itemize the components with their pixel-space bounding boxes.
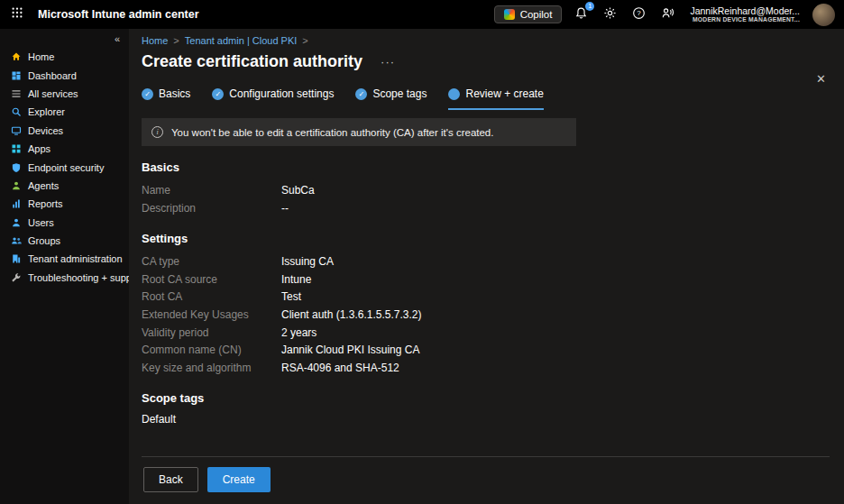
chevron-right-icon: > (173, 35, 179, 46)
field-row: Root CA source Intune (142, 271, 830, 289)
field-row: Description -- (142, 200, 830, 218)
app-window: Microsoft Intune admin center Copilot 1 (0, 0, 844, 504)
building-icon (10, 253, 22, 265)
tab-label: Scope tags (372, 87, 427, 100)
copilot-label: Copilot (520, 9, 553, 20)
sidebar-item-devices[interactable]: Devices (0, 122, 129, 140)
check-circle-icon: ✓ (355, 88, 367, 100)
sidebar-item-dashboard[interactable]: Dashboard (0, 66, 129, 84)
sidebar-nav: « Home Dashboard All services E (0, 29, 129, 504)
field-label: Common name (CN) (142, 342, 281, 360)
notifications-button[interactable]: 1 (571, 5, 591, 24)
field-label: Root CA source (142, 271, 281, 289)
breadcrumb-home-link[interactable]: Home (142, 35, 168, 46)
tab-configuration-settings[interactable]: ✓ Configuration settings (212, 87, 334, 110)
content-pane: Home > Tenant admin | Cloud PKI > Create… (129, 29, 844, 504)
info-banner-text: You won't be able to edit a certificatio… (171, 127, 493, 138)
field-row: CA type Issuing CA (142, 253, 830, 271)
sidebar-item-all-services[interactable]: All services (0, 85, 129, 103)
apps-grid-icon (10, 143, 22, 155)
check-circle-icon: ✓ (212, 88, 224, 100)
more-options-button[interactable]: ··· (381, 55, 395, 69)
sidebar-item-explorer[interactable]: Explorer (0, 103, 129, 121)
sidebar-item-label: Endpoint security (28, 162, 104, 173)
check-circle-icon: ✓ (142, 88, 153, 100)
back-button[interactable]: Back (143, 467, 198, 492)
section-scope-tags: Scope tags Default (142, 391, 830, 426)
avatar[interactable] (812, 4, 835, 26)
field-value: Intune (281, 271, 311, 289)
field-value: 2 years (281, 325, 316, 343)
section-basics: Basics Name SubCa Description -- (142, 160, 830, 217)
dashboard-icon (10, 69, 22, 81)
sidebar-item-users[interactable]: Users (0, 214, 129, 232)
create-button[interactable]: Create (207, 467, 271, 492)
tab-label: Basics (159, 87, 190, 100)
agent-icon (10, 179, 22, 191)
sidebar-item-groups[interactable]: Groups (0, 232, 129, 250)
field-label: Validity period (142, 325, 281, 343)
magnifier-icon (10, 106, 22, 118)
home-icon (10, 51, 22, 63)
scope-tag-value: Default (142, 413, 830, 426)
chevron-right-icon: > (302, 35, 307, 46)
bar-chart-icon (10, 198, 22, 210)
field-label: Key size and algorithm (142, 360, 281, 378)
tab-scope-tags[interactable]: ✓ Scope tags (355, 87, 427, 110)
sidebar-item-label: Dashboard (28, 70, 77, 81)
sidebar-item-reports[interactable]: Reports (0, 195, 129, 213)
sidebar-item-label: Home (28, 51, 54, 62)
field-row: Key size and algorithm RSA-4096 and SHA-… (142, 360, 830, 378)
field-row: Extended Key Usages Client auth (1.3.6.1… (142, 307, 830, 325)
svg-text:?: ? (637, 9, 641, 17)
sidebar-item-label: Reports (28, 198, 63, 209)
wrench-icon (10, 271, 22, 283)
waffle-icon (11, 6, 23, 23)
sidebar-item-label: Tenant administration (28, 253, 123, 264)
settings-button[interactable] (600, 5, 619, 24)
copilot-icon (504, 9, 515, 20)
tab-review-create[interactable]: Review + create (448, 87, 543, 110)
sidebar-item-agents[interactable]: Agents (0, 177, 129, 195)
sidebar-item-label: Groups (28, 235, 60, 246)
breadcrumb-cloud-pki-link[interactable]: Tenant admin | Cloud PKI (185, 35, 298, 46)
sidebar-item-label: Troubleshooting + support (28, 272, 129, 283)
field-row: Name SubCa (142, 182, 830, 200)
account-name: JannikReinhard@Moder... (690, 5, 800, 17)
field-value: SubCa (281, 182, 315, 200)
monitor-icon (10, 124, 22, 136)
page-title: Create certification authority (142, 52, 362, 71)
sidebar-item-label: Devices (28, 125, 63, 136)
field-value: Test (281, 289, 301, 307)
field-value: -- (281, 200, 289, 218)
sidebar-item-apps[interactable]: Apps (0, 140, 129, 158)
wizard-steps: ✓ Basics ✓ Configuration settings ✓ Scop… (142, 87, 830, 110)
close-icon[interactable]: ✕ (816, 72, 826, 86)
field-label: Extended Key Usages (142, 307, 281, 325)
account-info[interactable]: JannikReinhard@Moder... MODERN DEVICE MA… (690, 5, 800, 24)
tab-basics[interactable]: ✓ Basics (142, 87, 190, 110)
field-value: Client auth (1.3.6.1.5.5.7.3.2) (281, 307, 421, 325)
section-title: Settings (142, 232, 830, 245)
sidebar-item-home[interactable]: Home (0, 48, 129, 66)
sidebar-item-label: Users (28, 217, 54, 228)
app-launcher-button[interactable] (0, 0, 34, 29)
person-icon (10, 216, 22, 228)
section-title: Scope tags (142, 391, 830, 405)
sidebar-item-label: Apps (28, 143, 50, 154)
field-label: Description (142, 200, 281, 218)
help-button[interactable]: ? (628, 5, 648, 24)
sidebar-collapse-button[interactable]: « (0, 31, 129, 48)
copilot-button[interactable]: Copilot (494, 5, 563, 23)
sidebar-item-endpoint-security[interactable]: Endpoint security (0, 158, 129, 176)
sidebar-item-troubleshooting-support[interactable]: Troubleshooting + support (0, 269, 129, 287)
active-step-dot-icon (448, 88, 460, 100)
sidebar-item-tenant-administration[interactable]: Tenant administration (0, 250, 129, 268)
notification-badge: 1 (585, 2, 594, 11)
field-value: RSA-4096 and SHA-512 (281, 360, 399, 378)
sidebar-item-label: All services (28, 88, 78, 99)
feedback-button[interactable] (657, 5, 677, 24)
app-title: Microsoft Intune admin center (38, 8, 199, 21)
field-label: Name (142, 182, 281, 200)
breadcrumb: Home > Tenant admin | Cloud PKI > (142, 35, 830, 46)
